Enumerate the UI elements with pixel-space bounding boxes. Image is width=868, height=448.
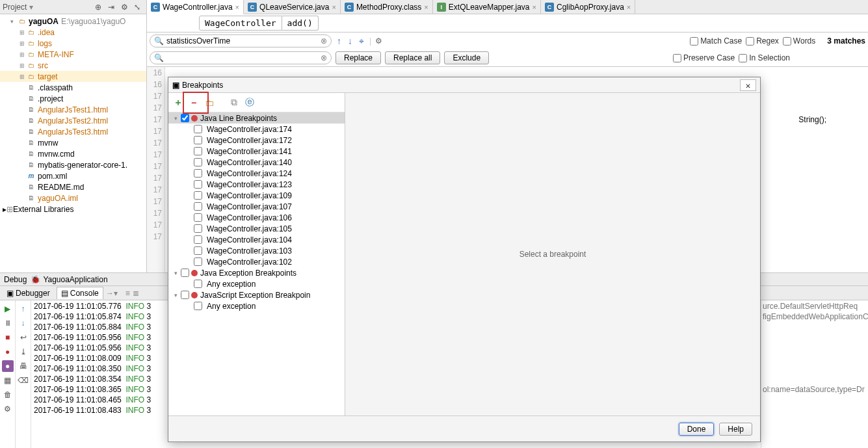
group-icon[interactable]: 🗀	[204, 97, 215, 109]
close-tab-icon[interactable]: ×	[424, 3, 428, 11]
editor-tab[interactable]: IExtQLeaveMapper.java×	[433, 0, 541, 14]
breakpoint-item[interactable]: WageController.java:124	[168, 168, 345, 179]
debugger-tab[interactable]: ▣Debugger	[3, 287, 54, 299]
mute-breakpoints-icon[interactable]: ●	[2, 360, 14, 372]
breakpoint-item[interactable]: WageController.java:109	[168, 190, 345, 201]
collapse-icon[interactable]: ⇥	[106, 2, 116, 12]
breakpoint-item[interactable]: WageController.java:123	[168, 179, 345, 190]
breakpoint-item[interactable]: WageController.java:141	[168, 146, 345, 157]
remove-breakpoint-icon[interactable]: −	[188, 97, 200, 109]
editor-tab[interactable]: CMethodProxy.class×	[341, 0, 433, 14]
tree-item[interactable]: ⊞🗀META-INF	[0, 49, 146, 60]
help-button[interactable]: Help	[719, 423, 752, 436]
search-settings-icon[interactable]: ⚙	[375, 36, 382, 46]
tree-item[interactable]: 🗎README.md	[0, 181, 146, 192]
print-icon[interactable]: 🖶	[18, 360, 29, 372]
words-checkbox[interactable]: Words	[783, 36, 815, 46]
filter2-icon[interactable]: ≣	[133, 289, 139, 298]
console-tab[interactable]: ▤Console	[57, 287, 103, 299]
target-icon[interactable]: ⊕	[93, 2, 103, 12]
breakpoint-item[interactable]: WageController.java:104	[168, 234, 345, 245]
wrap-icon[interactable]: ↩	[18, 332, 29, 343]
external-libraries[interactable]: ▸ ⊞ External Libraries	[0, 204, 146, 215]
regex-checkbox[interactable]: Regex	[746, 36, 779, 46]
breakpoint-item[interactable]: WageController.java:140	[168, 157, 345, 168]
tree-item[interactable]: 🗎mybatis-generator-core-1.	[0, 159, 146, 170]
down-icon[interactable]: ↓	[18, 317, 29, 329]
tree-item[interactable]: 🗎mvnw	[0, 137, 146, 148]
breakpoint-item[interactable]: WageController.java:107	[168, 201, 345, 212]
clear-replace-icon[interactable]: ⊗	[321, 53, 327, 62]
preserve-case-checkbox[interactable]: Preserve Case	[673, 53, 735, 62]
copy-icon[interactable]: ⧉	[228, 97, 240, 109]
trash-icon[interactable]: 🗑	[2, 389, 14, 401]
breadcrumb-method[interactable]: add()	[282, 16, 319, 31]
project-tree[interactable]: ▾ 🗀 yaguOA E:\yaguoa1\yaguO ⊞🗀.idea⊞🗀log…	[0, 14, 146, 272]
any-exception-item[interactable]: Any exception	[168, 278, 345, 289]
tree-item[interactable]: ⊞🗀src	[0, 60, 146, 71]
tree-item[interactable]: ⊞🗀logs	[0, 38, 146, 49]
tree-item[interactable]: ⊞🗀.idea	[0, 27, 146, 38]
toggle-icon[interactable]: ⓔ	[244, 97, 256, 109]
replace-all-button[interactable]: Replace all	[385, 51, 440, 64]
tree-item[interactable]: 🗎AngularJsTest2.html	[0, 115, 146, 126]
editor-tab[interactable]: CCglibAopProxy.java×	[541, 0, 635, 14]
java-line-breakpoints-node[interactable]: ▾ Java Line Breakpoints	[168, 112, 345, 124]
tree-item[interactable]: ⊞🗀target	[0, 71, 146, 82]
close-tab-icon[interactable]: ×	[235, 3, 239, 11]
tree-item[interactable]: 🗎.classpath	[0, 82, 146, 93]
breakpoint-item[interactable]: WageController.java:106	[168, 212, 345, 223]
replace-input[interactable]	[166, 53, 321, 62]
scroll-icon[interactable]: ⤓	[18, 346, 29, 358]
close-icon[interactable]: ⨉	[740, 79, 756, 91]
java-exception-breakpoints-node[interactable]: ▾ Java Exception Breakpoints	[168, 267, 345, 278]
layout-icon[interactable]: ▦	[2, 375, 14, 386]
next-match-icon[interactable]: ↓	[347, 36, 354, 46]
breakpoint-item[interactable]: WageController.java:174	[168, 124, 345, 135]
clear-search-icon[interactable]: ⊗	[321, 36, 327, 46]
gear-icon[interactable]: ⚙	[119, 2, 129, 12]
settings-icon[interactable]: ⚙	[2, 403, 14, 415]
replace-button[interactable]: Replace	[335, 51, 381, 64]
tree-item[interactable]: mpom.xml	[0, 170, 146, 181]
tree-item[interactable]: 🗎mvnw.cmd	[0, 148, 146, 159]
tree-item[interactable]: 🗎AngularJsTest1.html	[0, 104, 146, 115]
filter-icon[interactable]: ≡	[125, 289, 130, 298]
tree-item[interactable]: 🗎yaguOA.iml	[0, 192, 146, 204]
close-tab-icon[interactable]: ×	[332, 3, 335, 11]
editor-tab[interactable]: CQLeaveService.java×	[244, 0, 341, 14]
breakpoint-tree[interactable]: ▾ Java Line Breakpoints WageController.j…	[168, 112, 345, 415]
up-icon[interactable]: ↑	[18, 303, 29, 315]
stop-icon[interactable]: ■	[2, 332, 14, 343]
tree-item[interactable]: 🗎.project	[0, 93, 146, 104]
done-button[interactable]: Done	[679, 423, 715, 436]
breadcrumb-class[interactable]: WageController	[199, 16, 282, 31]
console-arrow-icon[interactable]: →▾	[106, 289, 118, 298]
breakpoint-item[interactable]: WageController.java:105	[168, 223, 345, 234]
view-breakpoints-icon[interactable]: ●	[2, 346, 14, 358]
select-all-icon[interactable]: ⌖	[358, 36, 365, 47]
tree-item[interactable]: 🗎AngularJsTest3.html	[0, 126, 146, 137]
exclude-button[interactable]: Exclude	[444, 51, 489, 64]
clear-icon[interactable]: ⌫	[18, 375, 29, 386]
match-case-checkbox[interactable]: Match Case	[690, 36, 742, 46]
any-exception-js-item[interactable]: Any exception	[168, 300, 345, 311]
search-input[interactable]	[166, 36, 321, 46]
editor-tab[interactable]: CWageController.java×	[147, 0, 244, 14]
in-selection-checkbox[interactable]: In Selection	[739, 53, 790, 62]
gutter[interactable]: 161617171717171717171717171717	[147, 67, 165, 272]
js-exception-breakpoints-node[interactable]: ▾ JavaScript Exception Breakpoin	[168, 289, 345, 300]
prev-match-icon[interactable]: ↑	[335, 36, 343, 46]
tree-root[interactable]: ▾ 🗀 yaguOA E:\yaguoa1\yaguO	[0, 16, 146, 27]
resume-icon[interactable]: ▶	[2, 303, 14, 315]
chevron-down-icon[interactable]: ▾	[29, 3, 33, 12]
add-breakpoint-icon[interactable]: ＋	[172, 97, 184, 109]
close-tab-icon[interactable]: ×	[533, 3, 536, 11]
breakpoint-item[interactable]: WageController.java:102	[168, 256, 345, 267]
breakpoint-item[interactable]: WageController.java:172	[168, 135, 345, 146]
hide-icon[interactable]: ⤡	[132, 2, 142, 12]
run-config-name[interactable]: YaguoaApplication	[43, 275, 107, 284]
close-tab-icon[interactable]: ×	[627, 3, 631, 11]
pause-icon[interactable]: ⏸	[2, 317, 14, 329]
breakpoint-item[interactable]: WageController.java:103	[168, 245, 345, 256]
